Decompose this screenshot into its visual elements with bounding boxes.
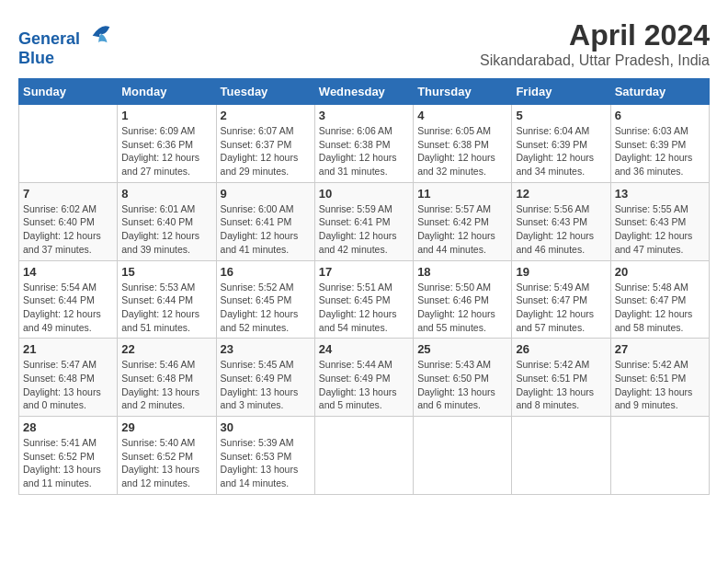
calendar-cell: 10Sunrise: 5:59 AM Sunset: 6:41 PM Dayli…: [314, 182, 413, 260]
day-number: 17: [319, 265, 409, 279]
calendar-cell: 1Sunrise: 6:09 AM Sunset: 6:36 PM Daylig…: [118, 105, 216, 183]
calendar-cell: 16Sunrise: 5:52 AM Sunset: 6:45 PM Dayli…: [216, 260, 314, 339]
calendar-cell: [19, 105, 118, 183]
logo-general: General: [18, 29, 80, 48]
calendar-cell: 19Sunrise: 5:49 AM Sunset: 6:47 PM Dayli…: [512, 260, 610, 339]
day-number: 11: [417, 187, 507, 201]
calendar-cell: 25Sunrise: 5:43 AM Sunset: 6:50 PM Dayli…: [414, 339, 512, 417]
day-info: Sunrise: 5:48 AM Sunset: 6:47 PM Dayligh…: [615, 281, 705, 335]
day-number: 22: [121, 342, 211, 356]
calendar-cell: 2Sunrise: 6:07 AM Sunset: 6:37 PM Daylig…: [216, 105, 314, 183]
weekday-header-row: SundayMondayTuesdayWednesdayThursdayFrid…: [19, 79, 710, 105]
day-info: Sunrise: 5:41 AM Sunset: 6:52 PM Dayligh…: [23, 436, 113, 490]
day-info: Sunrise: 5:46 AM Sunset: 6:48 PM Dayligh…: [121, 358, 211, 412]
day-info: Sunrise: 5:54 AM Sunset: 6:44 PM Dayligh…: [23, 281, 113, 335]
day-info: Sunrise: 5:44 AM Sunset: 6:49 PM Dayligh…: [319, 358, 409, 412]
calendar-cell: 7Sunrise: 6:02 AM Sunset: 6:40 PM Daylig…: [19, 182, 118, 260]
calendar-cell: 5Sunrise: 6:04 AM Sunset: 6:39 PM Daylig…: [512, 105, 610, 183]
calendar-cell: [610, 417, 709, 495]
day-info: Sunrise: 6:01 AM Sunset: 6:40 PM Dayligh…: [121, 202, 211, 257]
day-number: 21: [23, 342, 113, 356]
title-section: April 2024 Sikandarabad, Uttar Pradesh, …: [480, 18, 710, 69]
day-info: Sunrise: 6:02 AM Sunset: 6:40 PM Dayligh…: [23, 202, 113, 257]
day-number: 8: [121, 187, 211, 201]
day-number: 7: [23, 187, 113, 201]
day-info: Sunrise: 6:07 AM Sunset: 6:37 PM Dayligh…: [221, 124, 311, 178]
day-info: Sunrise: 5:42 AM Sunset: 6:51 PM Dayligh…: [615, 358, 705, 412]
calendar-cell: 17Sunrise: 5:51 AM Sunset: 6:45 PM Dayli…: [314, 260, 413, 339]
page-header: General Blue April 2024 Sikandarabad, Ut…: [18, 18, 710, 69]
calendar-week-1: 1Sunrise: 6:09 AM Sunset: 6:36 PM Daylig…: [19, 105, 710, 183]
day-number: 12: [516, 187, 606, 201]
day-number: 19: [516, 265, 606, 279]
logo-blue: Blue: [18, 49, 114, 68]
day-number: 28: [23, 420, 113, 434]
calendar-cell: 27Sunrise: 5:42 AM Sunset: 6:51 PM Dayli…: [610, 339, 709, 417]
logo-text: General: [18, 18, 114, 49]
day-info: Sunrise: 5:57 AM Sunset: 6:42 PM Dayligh…: [417, 202, 507, 257]
day-number: 25: [417, 342, 507, 356]
day-info: Sunrise: 5:42 AM Sunset: 6:51 PM Dayligh…: [516, 358, 606, 412]
day-number: 20: [615, 265, 705, 279]
calendar-cell: [512, 417, 610, 495]
calendar-cell: 3Sunrise: 6:06 AM Sunset: 6:38 PM Daylig…: [314, 105, 413, 183]
weekday-header-thursday: Thursday: [414, 79, 512, 105]
day-number: 14: [23, 265, 113, 279]
day-number: 6: [615, 109, 705, 122]
day-info: Sunrise: 5:47 AM Sunset: 6:48 PM Dayligh…: [23, 358, 113, 412]
day-info: Sunrise: 5:56 AM Sunset: 6:43 PM Dayligh…: [516, 202, 606, 257]
day-number: 26: [516, 342, 606, 356]
day-number: 1: [121, 109, 211, 122]
month-title: April 2024: [480, 18, 710, 52]
calendar-cell: 8Sunrise: 6:01 AM Sunset: 6:40 PM Daylig…: [118, 182, 216, 260]
day-info: Sunrise: 5:45 AM Sunset: 6:49 PM Dayligh…: [221, 358, 311, 412]
day-info: Sunrise: 6:04 AM Sunset: 6:39 PM Dayligh…: [516, 124, 606, 178]
day-info: Sunrise: 5:43 AM Sunset: 6:50 PM Dayligh…: [417, 358, 507, 412]
day-number: 3: [319, 109, 409, 122]
day-info: Sunrise: 5:55 AM Sunset: 6:43 PM Dayligh…: [615, 202, 705, 257]
day-info: Sunrise: 6:03 AM Sunset: 6:39 PM Dayligh…: [615, 124, 705, 178]
calendar-cell: 6Sunrise: 6:03 AM Sunset: 6:39 PM Daylig…: [610, 105, 709, 183]
calendar-cell: [314, 417, 413, 495]
weekday-header-saturday: Saturday: [610, 79, 709, 105]
calendar-cell: 29Sunrise: 5:40 AM Sunset: 6:52 PM Dayli…: [118, 417, 216, 495]
calendar-cell: 12Sunrise: 5:56 AM Sunset: 6:43 PM Dayli…: [512, 182, 610, 260]
day-info: Sunrise: 5:50 AM Sunset: 6:46 PM Dayligh…: [417, 281, 507, 335]
day-info: Sunrise: 5:59 AM Sunset: 6:41 PM Dayligh…: [319, 202, 409, 257]
day-number: 18: [417, 265, 507, 279]
day-info: Sunrise: 5:53 AM Sunset: 6:44 PM Dayligh…: [121, 281, 211, 335]
calendar-week-3: 14Sunrise: 5:54 AM Sunset: 6:44 PM Dayli…: [19, 260, 710, 339]
day-number: 2: [221, 109, 311, 122]
day-number: 9: [221, 187, 311, 201]
calendar-cell: 9Sunrise: 6:00 AM Sunset: 6:41 PM Daylig…: [216, 182, 314, 260]
calendar-cell: 24Sunrise: 5:44 AM Sunset: 6:49 PM Dayli…: [314, 339, 413, 417]
calendar-week-4: 21Sunrise: 5:47 AM Sunset: 6:48 PM Dayli…: [19, 339, 710, 417]
day-number: 15: [121, 265, 211, 279]
day-info: Sunrise: 5:39 AM Sunset: 6:53 PM Dayligh…: [221, 436, 311, 490]
logo: General Blue: [18, 18, 114, 68]
location-title: Sikandarabad, Uttar Pradesh, India: [480, 52, 710, 69]
weekday-header-sunday: Sunday: [19, 79, 118, 105]
calendar-cell: 14Sunrise: 5:54 AM Sunset: 6:44 PM Dayli…: [19, 260, 118, 339]
day-info: Sunrise: 5:52 AM Sunset: 6:45 PM Dayligh…: [221, 281, 311, 335]
weekday-header-monday: Monday: [118, 79, 216, 105]
weekday-header-friday: Friday: [512, 79, 610, 105]
calendar-cell: 4Sunrise: 6:05 AM Sunset: 6:38 PM Daylig…: [414, 105, 512, 183]
day-number: 16: [221, 265, 311, 279]
day-info: Sunrise: 5:51 AM Sunset: 6:45 PM Dayligh…: [319, 281, 409, 335]
calendar-table: SundayMondayTuesdayWednesdayThursdayFrid…: [18, 78, 710, 495]
calendar-cell: 13Sunrise: 5:55 AM Sunset: 6:43 PM Dayli…: [610, 182, 709, 260]
day-number: 4: [417, 109, 507, 122]
day-number: 30: [221, 420, 311, 434]
day-info: Sunrise: 6:05 AM Sunset: 6:38 PM Dayligh…: [417, 124, 507, 178]
day-number: 10: [319, 187, 409, 201]
calendar-cell: [414, 417, 512, 495]
weekday-header-wednesday: Wednesday: [314, 79, 413, 105]
day-number: 29: [121, 420, 211, 434]
day-number: 13: [615, 187, 705, 201]
day-number: 27: [615, 342, 705, 356]
calendar-cell: 18Sunrise: 5:50 AM Sunset: 6:46 PM Dayli…: [414, 260, 512, 339]
calendar-week-2: 7Sunrise: 6:02 AM Sunset: 6:40 PM Daylig…: [19, 182, 710, 260]
calendar-cell: 20Sunrise: 5:48 AM Sunset: 6:47 PM Dayli…: [610, 260, 709, 339]
day-info: Sunrise: 5:40 AM Sunset: 6:52 PM Dayligh…: [121, 436, 211, 490]
